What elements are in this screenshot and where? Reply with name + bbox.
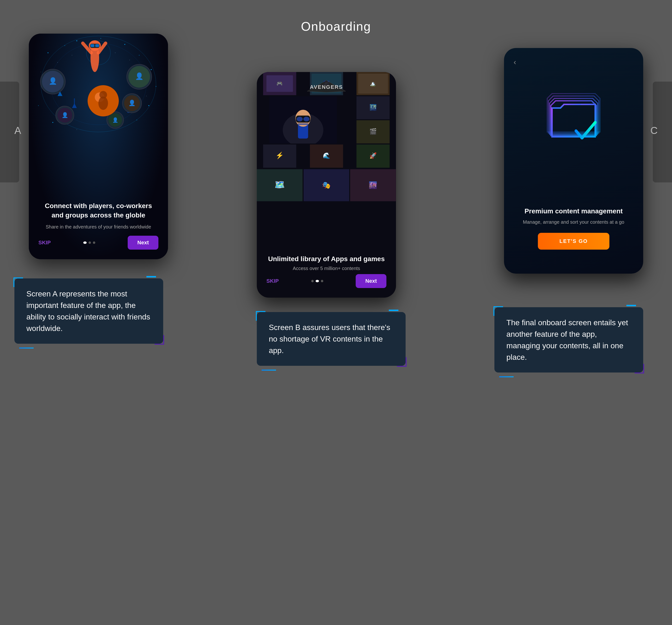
svg-text:👤: 👤 — [135, 72, 144, 80]
phone-b-dot-2 — [316, 280, 319, 282]
svg-rect-82 — [298, 123, 308, 125]
dot-2 — [89, 241, 91, 244]
svg-text:👤: 👤 — [112, 117, 118, 123]
lets-go-button[interactable]: LET'S GO — [538, 233, 609, 249]
phone-b-dots — [311, 280, 323, 282]
phone-b-dot-1 — [311, 280, 314, 282]
collage-cell-vr — [257, 96, 349, 144]
collage-cell-5: 🌊 — [304, 144, 350, 168]
svg-point-59 — [99, 91, 107, 99]
phone-a-footer: SKIP Next — [29, 236, 168, 249]
phone-b: ‹ 🎮 🌌 🏔️ ⚡ 🌊 🚀 — [257, 72, 396, 297]
svg-text:🎬: 🎬 — [369, 128, 377, 135]
svg-text:🌆: 🌆 — [369, 181, 378, 189]
phone-a-dots — [83, 241, 95, 244]
phone-a-title: Connect with players, co-workers and gro… — [39, 201, 159, 220]
svg-text:👤: 👤 — [62, 112, 68, 118]
collage-cell-3: 🏔️ — [350, 72, 396, 95]
phone-b-collage: 🎮 🌌 🏔️ ⚡ 🌊 🚀 — [257, 72, 396, 201]
phone-a-next-button[interactable]: Next — [128, 236, 159, 249]
desc-text-b: Screen B assures users that there's no s… — [269, 321, 393, 356]
svg-text:👤: 👤 — [49, 77, 57, 85]
collage-cell-4: ⚡ — [257, 144, 303, 168]
desc-accent-b — [389, 310, 399, 311]
phone-b-title: Unlimited library of Apps and games — [266, 255, 386, 263]
svg-point-16 — [72, 55, 72, 55]
svg-text:🌊: 🌊 — [322, 152, 330, 159]
svg-point-2 — [48, 52, 48, 53]
desc-accent-a — [146, 276, 156, 278]
section-label-c: C — [650, 125, 657, 136]
svg-point-3 — [65, 45, 65, 46]
collage-cell-8: 🎬 — [350, 120, 396, 144]
svg-rect-31 — [95, 44, 99, 47]
phone-a-subtitle: Share in the adventures of your friends … — [39, 223, 159, 231]
svg-point-8 — [151, 69, 152, 70]
corner-tl-c — [494, 306, 503, 316]
svg-text:🎮: 🎮 — [277, 80, 283, 87]
svg-text:🌃: 🌃 — [369, 104, 377, 111]
svg-point-7 — [139, 55, 140, 56]
phone-a: 👤 👤 👤 👤 👤 Connect — [29, 33, 168, 259]
svg-point-80 — [297, 117, 303, 121]
phone-b-skip-button[interactable]: SKIP — [266, 278, 279, 284]
phone-b-dot-3 — [321, 280, 323, 282]
svg-rect-30 — [91, 44, 94, 47]
desc-text-c: The final onboard screen entails yet ano… — [506, 317, 631, 363]
phone-a-skip-button[interactable]: SKIP — [39, 240, 51, 246]
phone-c-icon-area — [504, 77, 643, 163]
svg-marker-34 — [72, 103, 77, 108]
svg-rect-35 — [74, 98, 75, 104]
svg-text:🏔️: 🏔️ — [370, 80, 376, 87]
svg-point-22 — [76, 129, 77, 130]
collage-cell-2: 🌌 — [304, 72, 350, 95]
phone-c-text-area: Premium content management Manage, arran… — [504, 207, 643, 225]
svg-text:🌌: 🌌 — [323, 80, 330, 87]
corner-br-c — [634, 364, 644, 374]
svg-text:🗺️: 🗺️ — [274, 180, 285, 190]
phone-c-title: Premium content management — [513, 207, 633, 215]
desc-box-b: Screen B assures users that there's no s… — [257, 312, 406, 366]
desc-text-a: Screen A represents the most important f… — [26, 288, 151, 334]
phone-b-subtitle: Access over 5 million+ contents — [266, 266, 386, 271]
svg-point-10 — [148, 105, 149, 106]
svg-point-13 — [38, 105, 39, 106]
corner-br-b — [397, 357, 407, 367]
svg-text:👤: 👤 — [128, 99, 136, 106]
svg-point-11 — [137, 120, 137, 120]
page-title: Onboarding — [301, 19, 371, 33]
svg-point-23 — [41, 72, 41, 72]
desc-box-c: The final onboard screen entails yet ano… — [495, 307, 643, 372]
svg-text:🎭: 🎭 — [322, 181, 331, 189]
desc-accent-c — [626, 305, 636, 306]
phone-b-text-area: Unlimited library of Apps and games Acce… — [257, 255, 396, 271]
dot-3 — [93, 241, 95, 244]
collage-cell-11: 🌆 — [350, 169, 396, 201]
svg-point-9 — [156, 86, 157, 87]
svg-point-18 — [129, 60, 130, 60]
corner-tl-b — [256, 311, 265, 321]
desc-box-a: Screen A represents the most important f… — [15, 279, 163, 344]
phone-a-text-area: Connect with players, co-workers and gro… — [29, 201, 168, 231]
collage-cell-6: 🚀 — [350, 144, 396, 168]
collage-cell-9: 🗺️ — [257, 169, 303, 201]
phone-b-footer: SKIP Next — [257, 274, 396, 288]
corner-tl-a — [14, 278, 23, 287]
svg-point-5 — [100, 38, 101, 39]
svg-point-81 — [303, 117, 309, 121]
svg-point-4 — [76, 40, 77, 41]
phone-c: ‹ — [504, 48, 643, 273]
collage-cell-10: 🎭 — [304, 169, 350, 201]
svg-text:⚡: ⚡ — [275, 151, 284, 159]
svg-point-14 — [52, 122, 53, 123]
svg-text:🚀: 🚀 — [369, 152, 377, 159]
phone-c-subtitle: Manage, arrange and sort your contents a… — [513, 218, 633, 225]
collage-cell-1: 🎮 — [257, 72, 303, 95]
collage-cell-7: 🌃 — [350, 96, 396, 120]
phone-a-particles: 👤 👤 👤 👤 👤 — [29, 33, 168, 135]
svg-point-6 — [124, 44, 125, 45]
phone-c-back-button[interactable]: ‹ — [513, 57, 516, 67]
section-label-a: A — [15, 125, 21, 136]
phone-b-next-button[interactable]: Next — [356, 274, 386, 288]
svg-point-20 — [146, 96, 147, 96]
